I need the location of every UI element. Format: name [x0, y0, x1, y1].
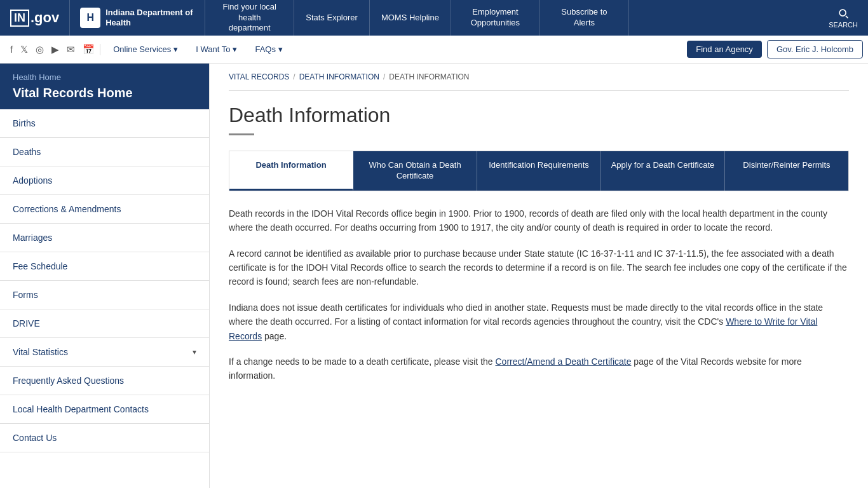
- nav-subscribe[interactable]: Subscribe to Alerts: [540, 0, 629, 36]
- sidebar-item-local-health-contacts[interactable]: Local Health Department Contacts: [0, 395, 209, 424]
- facebook-icon[interactable]: f: [10, 44, 13, 55]
- nav-find-local[interactable]: Find your local health department: [205, 0, 294, 36]
- email-icon[interactable]: ✉: [67, 44, 75, 55]
- paragraph-1: Death records in the IDOH Vital Records …: [229, 207, 849, 235]
- sidebar-item-drive[interactable]: DRIVE: [0, 309, 209, 338]
- sidebar-item-faq[interactable]: Frequently Asked Questions: [0, 367, 209, 395]
- tab-identification-requirements[interactable]: Identification Requirements: [477, 151, 601, 191]
- sidebar-item-births[interactable]: Births: [0, 109, 209, 138]
- logo-gov: .gov: [31, 10, 59, 26]
- secondary-navigation: f 𝕏 ◎ ▶ ✉ 📅 Online Services ▾ I Want To …: [0, 36, 868, 64]
- tab-death-information[interactable]: Death Information: [229, 151, 353, 191]
- nav-right-buttons: Find an Agency Gov. Eric J. Holcomb: [687, 40, 863, 58]
- governor-button[interactable]: Gov. Eric J. Holcomb: [767, 40, 863, 58]
- instagram-icon[interactable]: ◎: [36, 44, 44, 55]
- social-icons: f 𝕏 ◎ ▶ ✉ 📅: [5, 44, 100, 55]
- calendar-icon[interactable]: 📅: [83, 44, 95, 55]
- sidebar-item-contact-us[interactable]: Contact Us: [0, 424, 209, 452]
- find-agency-button[interactable]: Find an Agency: [687, 41, 762, 58]
- youtube-icon[interactable]: ▶: [51, 44, 59, 55]
- breadcrumb-death-info-link[interactable]: DEATH INFORMATION: [299, 72, 379, 81]
- nav-moms-helpline[interactable]: MOMS Helpline: [370, 0, 451, 36]
- tab-who-can-obtain[interactable]: Who Can Obtain a Death Certificate: [353, 151, 477, 191]
- paragraph-2: A record cannot be identified as availab…: [229, 247, 849, 289]
- agency-section: H Indiana Department of Health: [70, 0, 205, 36]
- sidebar-nav: Births Deaths Adoptions Corrections & Am…: [0, 109, 209, 452]
- sidebar-vital-records-title: Vital Records Home: [13, 86, 196, 100]
- breadcrumb: VITAL RECORDS / DEATH INFORMATION / DEAT…: [229, 64, 849, 91]
- page-title: Death Information: [229, 104, 849, 127]
- paragraph-3: Indiana does not issue death certificate…: [229, 301, 849, 343]
- tab-apply-for-certificate[interactable]: Apply for a Death Certificate: [601, 151, 725, 191]
- main-container: Health Home Vital Records Home Births De…: [0, 64, 868, 488]
- i-want-to-chevron: ▾: [233, 44, 237, 54]
- sidebar-item-fee-schedule[interactable]: Fee Schedule: [0, 252, 209, 281]
- agency-name: Indiana Department of Health: [105, 8, 194, 27]
- breadcrumb-current: DEATH INFORMATION: [389, 72, 469, 81]
- content-area: VITAL RECORDS / DEATH INFORMATION / DEAT…: [210, 64, 868, 488]
- nav-employment[interactable]: Employment Opportunities: [451, 0, 540, 36]
- twitter-icon[interactable]: 𝕏: [20, 44, 28, 55]
- vital-statistics-chevron: ▾: [193, 348, 196, 356]
- correct-amend-link[interactable]: Correct/Amend a Death Certificate: [496, 356, 632, 367]
- sidebar-item-marriages[interactable]: Marriages: [0, 224, 209, 252]
- sidebar-item-adoptions[interactable]: Adoptions: [0, 166, 209, 195]
- breadcrumb-sep-2: /: [383, 72, 385, 81]
- search-button[interactable]: SEARCH: [818, 0, 868, 36]
- sidebar-item-corrections-amendments[interactable]: Corrections & Amendments: [0, 195, 209, 224]
- logo-bracket: IN: [10, 10, 29, 27]
- online-services-menu[interactable]: Online Services ▾: [105, 41, 186, 58]
- where-to-write-link[interactable]: Where to Write for Vital Records: [229, 316, 817, 341]
- sidebar-header: Health Home Vital Records Home: [0, 64, 209, 109]
- search-label: SEARCH: [829, 21, 858, 29]
- top-nav-links: Find your local health department Stats …: [205, 0, 818, 36]
- agency-icon: H: [80, 8, 100, 28]
- tab-disinter-reinter[interactable]: Disinter/Reinter Permits: [725, 151, 848, 191]
- breadcrumb-sep-1: /: [293, 72, 295, 81]
- menu-items: Online Services ▾ I Want To ▾ FAQs ▾: [105, 41, 687, 58]
- site-logo[interactable]: IN .gov: [0, 0, 70, 36]
- title-divider: [229, 133, 254, 135]
- sidebar-item-vital-statistics[interactable]: Vital Statistics ▾: [0, 338, 209, 367]
- nav-stats-explorer[interactable]: Stats Explorer: [294, 0, 370, 36]
- online-services-chevron: ▾: [173, 44, 178, 54]
- faqs-menu[interactable]: FAQs ▾: [247, 41, 290, 58]
- breadcrumb-vital-records[interactable]: VITAL RECORDS: [229, 72, 289, 81]
- content-text: Death records in the IDOH Vital Records …: [229, 207, 849, 383]
- sidebar: Health Home Vital Records Home Births De…: [0, 64, 210, 488]
- sidebar-item-deaths[interactable]: Deaths: [0, 138, 209, 166]
- paragraph-4: If a change needs to be made to a death …: [229, 355, 849, 383]
- sidebar-health-home-link[interactable]: Health Home: [13, 72, 196, 82]
- tab-bar: Death Information Who Can Obtain a Death…: [229, 151, 849, 191]
- top-navigation: IN .gov H Indiana Department of Health F…: [0, 0, 868, 36]
- faqs-chevron: ▾: [278, 44, 283, 54]
- sidebar-item-forms[interactable]: Forms: [0, 281, 209, 309]
- i-want-to-menu[interactable]: I Want To ▾: [188, 41, 245, 58]
